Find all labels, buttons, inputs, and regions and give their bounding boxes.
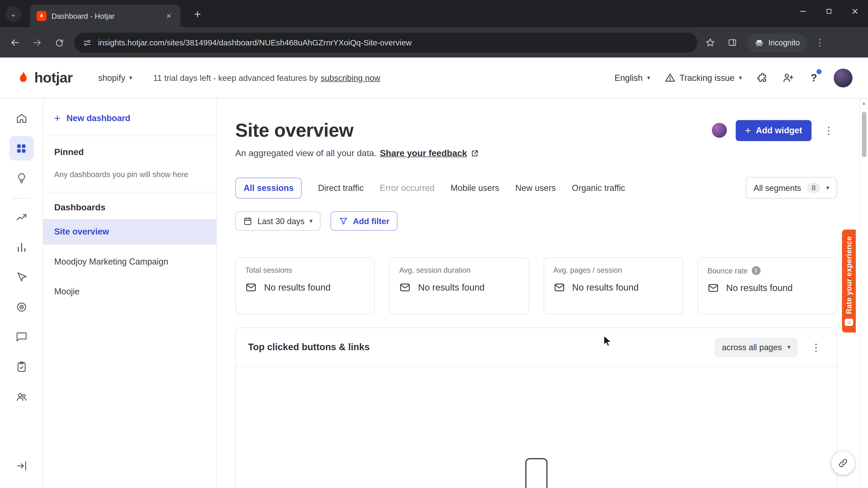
date-range-dropdown[interactable]: Last 30 days ▾ [235, 212, 320, 231]
language-selector[interactable]: English ▾ [615, 73, 650, 83]
sidebar-item-surveys[interactable] [9, 355, 33, 379]
forward-button[interactable] [28, 33, 46, 52]
main-content: Site overview + Add widget ⋮ An aggregat… [217, 98, 859, 488]
help-button[interactable]: ? [808, 72, 819, 84]
metric-value: No results found [572, 282, 639, 293]
invite-user-icon[interactable] [782, 72, 794, 84]
segment-direct-traffic[interactable]: Direct traffic [318, 183, 364, 193]
segments-count-badge: 8 [807, 183, 820, 193]
screen: ⌄ Dashboard - Hotjar ✕ + [0, 0, 868, 488]
dashboard-menu-icon[interactable]: ⋮ [820, 125, 837, 135]
user-avatar[interactable] [834, 68, 852, 87]
empty-state-icon [399, 282, 411, 293]
segment-error-occurred[interactable]: Error occurred [380, 183, 435, 193]
plus-icon: + [54, 113, 60, 124]
browser-menu-icon[interactable]: ⋮ [810, 33, 829, 52]
pinned-hint: Any dashboards you pin will show here [54, 170, 206, 179]
site-selector[interactable]: shopify ▾ [98, 73, 132, 83]
rate-experience-tab[interactable]: Rate your experience [842, 230, 856, 332]
grid-icon [16, 142, 27, 154]
scope-dropdown[interactable]: across all pages ▾ [715, 337, 798, 357]
pinned-title: Pinned [54, 147, 206, 157]
mouse-cursor [602, 335, 613, 348]
copy-link-button[interactable] [831, 451, 855, 475]
chevron-down-icon: ▾ [739, 75, 742, 81]
sidebar-item-insights[interactable] [9, 166, 33, 191]
segments-row: All sessions Direct traffic Error occurr… [235, 177, 837, 199]
page-subtitle: An aggregated view of all your data. [235, 148, 377, 158]
back-button[interactable] [5, 33, 24, 52]
trial-text: 11 trial days left - keep advanced featu… [153, 73, 318, 83]
maximize-button[interactable] [816, 0, 842, 22]
dashboard-item-moodjoy[interactable]: Moodjoy Marketing Campaign [43, 249, 217, 274]
metric-card-total-sessions: Total sessions No results found [235, 257, 375, 314]
scope-label: across all pages [722, 343, 782, 352]
dashboard-item-label: Moojie [54, 287, 80, 297]
site-info-icon[interactable] [83, 38, 92, 47]
dashboard-item-moojie[interactable]: Moojie [43, 279, 217, 304]
add-widget-button[interactable]: + Add widget [736, 120, 812, 141]
reload-button[interactable] [50, 33, 68, 52]
segment-all-sessions[interactable]: All sessions [235, 177, 302, 198]
minimize-button[interactable] [790, 0, 816, 22]
info-icon[interactable]: i [752, 266, 761, 275]
add-widget-label: Add widget [756, 125, 802, 135]
sidebar-item-home[interactable] [9, 106, 33, 131]
segment-new-users[interactable]: New users [515, 183, 556, 193]
dashboards-panel: + New dashboard Pinned Any dashboards yo… [43, 98, 217, 488]
metric-label-text: Bounce rate [707, 266, 747, 275]
sidebar-item-recordings[interactable] [9, 295, 33, 319]
add-filter-button[interactable]: Add filter [330, 212, 398, 231]
sidebar-item-heatmaps[interactable] [9, 265, 33, 289]
browser-tab[interactable]: Dashboard - Hotjar ✕ [30, 4, 180, 28]
dashboards-section: Dashboards Site overview Moodjoy Marketi… [43, 193, 217, 304]
share-feedback-label: Share your feedback [380, 148, 467, 158]
tab-search-button[interactable]: ⌄ [5, 6, 21, 22]
hotjar-logo[interactable]: hotjar [16, 69, 73, 86]
close-button[interactable] [842, 0, 868, 22]
page-scrollbar[interactable]: ▲ [859, 98, 868, 488]
logo-text: hotjar [34, 69, 73, 86]
pinned-section: Pinned Any dashboards you pin will show … [43, 136, 217, 192]
sidebar-item-trends[interactable] [9, 205, 33, 230]
new-dashboard-button[interactable]: + New dashboard [43, 98, 217, 135]
sidebar-item-feedback[interactable] [9, 325, 33, 349]
integrations-icon[interactable] [756, 72, 768, 84]
subscribe-link[interactable]: subscribing now [321, 73, 380, 83]
warning-icon [664, 72, 675, 83]
sidebar-item-collapse[interactable] [9, 454, 33, 478]
sidebar-item-funnels[interactable] [9, 235, 33, 260]
dashboard-item-label: Moodjoy Marketing Campaign [54, 257, 168, 267]
empty-state-icon [245, 282, 257, 293]
share-feedback-link[interactable]: Share your feedback [380, 148, 479, 158]
widget-menu-icon[interactable]: ⋮ [808, 342, 824, 352]
segment-organic-traffic[interactable]: Organic traffic [572, 183, 625, 193]
bookmark-star-icon[interactable] [701, 33, 719, 52]
sidebar-item-dashboards[interactable] [9, 136, 33, 160]
new-tab-button[interactable]: + [190, 7, 205, 22]
side-panel-icon[interactable] [723, 33, 742, 52]
sidebar-divider [12, 198, 30, 199]
chevron-down-icon: ▾ [309, 218, 313, 224]
help-icon: ? [811, 72, 817, 83]
metric-card-pages-per-session: Avg. pages / session No results found [544, 257, 683, 314]
sidebar-item-users[interactable] [9, 385, 33, 409]
tracking-issue-selector[interactable]: Tracking issue ▾ [664, 72, 742, 83]
feedback-smiley-icon [845, 319, 853, 326]
address-bar[interactable]: insights.hotjar.com/sites/3814994/dashbo… [74, 33, 698, 53]
header-actions: English ▾ Tracking issue ▾ ? [615, 68, 852, 87]
tab-title: Dashboard - Hotjar [52, 12, 159, 20]
dashboard-item-site-overview[interactable]: Site overview [43, 219, 217, 245]
hotjar-flame-icon [16, 70, 31, 86]
external-link-icon [470, 149, 479, 158]
tab-close-icon[interactable]: ✕ [164, 11, 174, 21]
scroll-up-icon[interactable]: ▲ [860, 101, 868, 106]
scrollbar-thumb[interactable] [862, 112, 866, 157]
collaborator-avatar[interactable] [712, 123, 727, 138]
all-segments-dropdown[interactable]: All segments 8 ▾ [746, 177, 837, 199]
new-dashboard-label: New dashboard [66, 113, 130, 123]
segment-mobile-users[interactable]: Mobile users [451, 183, 499, 193]
calendar-icon [243, 217, 252, 226]
plus-icon: + [745, 125, 751, 135]
empty-state-icon [553, 282, 565, 293]
